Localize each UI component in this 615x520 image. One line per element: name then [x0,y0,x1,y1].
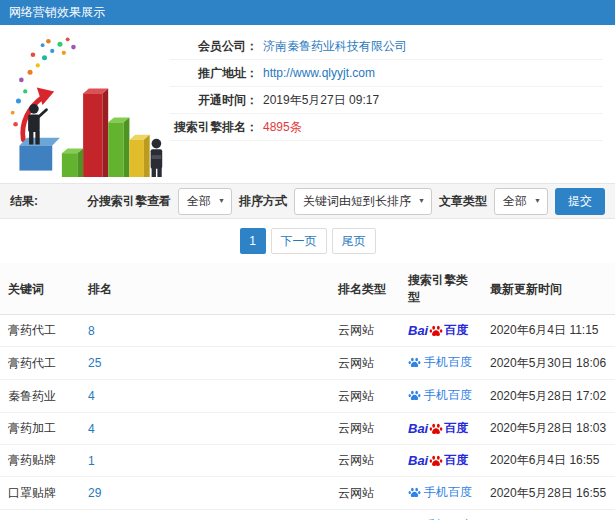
baidu-paw-icon [429,454,443,468]
pagination: 1 下一页 尾页 [0,219,615,263]
rank-type-cell: 云网站 [330,477,400,510]
keyword-cell: 秦鲁药业 [0,380,80,413]
rank-cell: 8 [80,315,330,347]
sort-select[interactable]: 关键词由短到长排序 ▼ [294,188,432,215]
page: 网络营销效果展示 [0,0,615,520]
updated-cell: 2020年6月4日 16:55 [482,445,615,477]
company-label: 会员公司： [170,38,258,55]
rank-link[interactable]: 29 [88,486,101,500]
results-table: 关键词 排名 排名类型 搜索引擎类型 最新更新时间 膏药代工 8 云网站 Bai… [0,263,615,520]
rank-cell: 1 [80,445,330,477]
mobile-baidu-label: 手机百度 [424,484,472,501]
table-row: 膏药贴牌 1 云网站 Bai百度 2020年6月4日 16:55 [0,445,615,477]
info-row-open-time: 开通时间： 2019年5月27日 09:17 [170,87,603,114]
info-row-rank-count: 搜索引擎排名： 4895条 [170,114,603,141]
sort-value: 关键词由短到长排序 [303,194,411,208]
engine-cell: 手机百度 [400,477,482,510]
updated-cell: 2020年6月4日 11:15 [482,315,615,347]
mobile-baidu-paw-icon [408,486,421,499]
engine-cell: Bai百度 [400,315,482,347]
keyword-cell: 金华防护服 [0,510,80,520]
engine-filter-value: 全部 [187,194,211,208]
mobile-baidu-logo: 手机百度 [408,354,472,371]
info-row-url: 推广地址： http://www.qlyyjt.com [170,60,603,87]
rank-type-cell: 云网站 [330,510,400,520]
table-row: 膏药代工 8 云网站 Bai百度 2020年6月4日 11:15 [0,315,615,347]
mobile-baidu-label: 手机百度 [424,354,472,371]
mobile-baidu-paw-icon [408,356,421,369]
rank-link[interactable]: 25 [88,356,101,370]
baidu-paw-icon [429,422,443,436]
rank-type-cell: 云网站 [330,380,400,413]
rank-link[interactable]: 4 [88,422,95,436]
keyword-cell: 膏药贴牌 [0,445,80,477]
page-title: 网络营销效果展示 [9,5,105,19]
engine-cell: Bai百度 [400,413,482,445]
table-row: 膏药加工 4 云网站 Bai百度 2020年5月28日 18:03 [0,413,615,445]
info-section: 会员公司： 济南秦鲁药业科技有限公司 推广地址： http://www.qlyy… [0,25,615,183]
table-row: 口罩贴牌 29 云网站 手机百度 2020年5月28日 16:55 [0,477,615,510]
last-page-button[interactable]: 尾页 [332,228,376,254]
chevron-down-icon: ▼ [218,197,225,204]
rank-type-cell: 云网站 [330,347,400,380]
next-page-button[interactable]: 下一页 [271,228,327,254]
article-type-select[interactable]: 全部 ▼ [494,188,548,215]
table-row: 膏药代工 25 云网站 手机百度 2020年5月30日 18:06 [0,347,615,380]
keyword-cell: 膏药代工 [0,347,80,380]
promo-url-link[interactable]: http://www.qlyyjt.com [263,66,375,80]
engine-filter-label: 分搜索引擎查看 [87,193,171,210]
col-rank: 排名 [80,263,330,315]
updated-cell: 2020年5月28日 17:02 [482,380,615,413]
filter-bar: 结果: 分搜索引擎查看 全部 ▼ 排序方式 关键词由短到长排序 ▼ 文章类型 全… [0,183,615,219]
promo-url-label: 推广地址： [170,65,258,82]
info-row-company: 会员公司： 济南秦鲁药业科技有限公司 [170,33,603,60]
article-type-label: 文章类型 [439,193,487,210]
engine-cell: Bai百度 [400,445,482,477]
col-rank-type: 排名类型 [330,263,400,315]
chevron-down-icon: ▼ [418,197,425,204]
rank-count-value: 4895条 [263,119,302,136]
company-info: 会员公司： 济南秦鲁药业科技有限公司 推广地址： http://www.qlyy… [170,25,615,141]
rank-link[interactable]: 4 [88,389,95,403]
table-row: 金华防护服 17,25 云网站 手机百度 2020年6月20日 09:25 [0,510,615,520]
submit-button[interactable]: 提交 [555,188,605,215]
keyword-cell: 膏药代工 [0,315,80,347]
rank-type-cell: 云网站 [330,413,400,445]
open-time-value: 2019年5月27日 09:17 [263,92,379,109]
result-label: 结果: [10,193,38,210]
rank-type-cell: 云网站 [330,315,400,347]
mobile-baidu-label: 手机百度 [424,387,472,404]
mobile-baidu-logo: 手机百度 [408,484,472,501]
keyword-cell: 口罩贴牌 [0,477,80,510]
baidu-logo: Bai百度 [408,420,468,437]
rank-link[interactable]: 8 [88,324,95,338]
page-number-current[interactable]: 1 [240,228,266,254]
company-link[interactable]: 济南秦鲁药业科技有限公司 [263,38,407,55]
baidu-logo: Bai百度 [408,452,468,469]
updated-cell: 2020年5月30日 18:06 [482,347,615,380]
bar-chart-illustration-icon [4,31,168,177]
engine-filter-select[interactable]: 全部 ▼ [178,188,232,215]
engine-cell: 手机百度 [400,380,482,413]
baidu-paw-icon [429,324,443,338]
rank-cell: 4 [80,413,330,445]
rank-cell: 29 [80,477,330,510]
table-header-row: 关键词 排名 排名类型 搜索引擎类型 最新更新时间 [0,263,615,315]
sort-label: 排序方式 [239,193,287,210]
keyword-cell: 膏药加工 [0,413,80,445]
updated-cell: 2020年5月28日 16:55 [482,477,615,510]
article-type-value: 全部 [503,194,527,208]
col-engine-type: 搜索引擎类型 [400,263,482,315]
open-time-label: 开通时间： [170,92,258,109]
col-keyword: 关键词 [0,263,80,315]
updated-cell: 2020年6月20日 09:25 [482,510,615,520]
rank-link[interactable]: 1 [88,454,95,468]
mobile-baidu-logo: 手机百度 [408,387,472,404]
mobile-baidu-paw-icon [408,389,421,402]
filter-controls: 分搜索引擎查看 全部 ▼ 排序方式 关键词由短到长排序 ▼ 文章类型 全部 ▼ … [87,188,605,215]
rank-cell: 25 [80,347,330,380]
updated-cell: 2020年5月28日 18:03 [482,413,615,445]
titlebar: 网络营销效果展示 [0,0,615,25]
engine-cell: 手机百度 [400,347,482,380]
engine-cell: 手机百度 [400,510,482,520]
